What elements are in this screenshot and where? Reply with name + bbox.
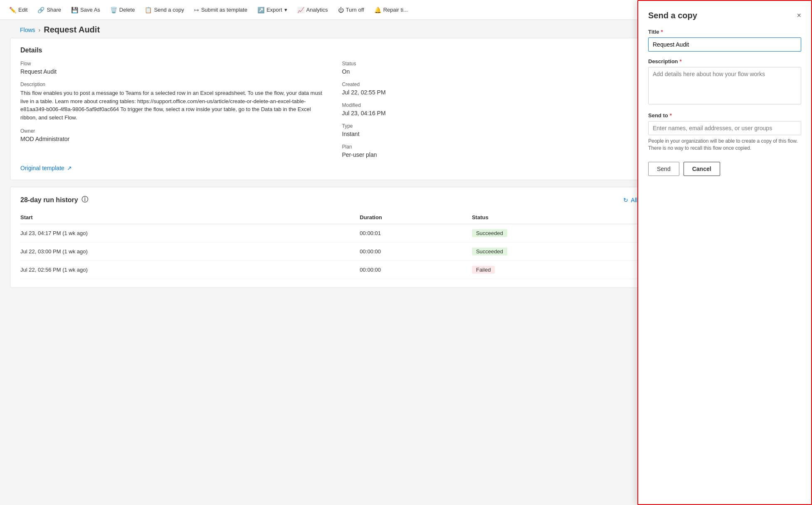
edit-icon: ✏️ [9,7,16,13]
run-start: Jul 22, 03:00 PM (1 wk ago) [20,243,360,261]
details-right-col: Status On Created Jul 22, 02:55 PM Modif… [342,61,651,158]
details-card: Details Edit Flow Request Audit Descript… [10,38,661,180]
delete-button[interactable]: 🗑️ Delete [106,4,139,16]
bell-icon: 🔔 [374,7,381,13]
export-chevron-icon: ▾ [284,7,287,13]
description-textarea[interactable] [648,67,801,104]
panel-header: Send a copy × [648,11,801,20]
status-section: Status On [342,61,651,75]
plan-label: Plan [342,144,651,150]
modified-value: Jul 23, 04:16 PM [342,110,651,116]
send-to-form-group: Send to * People in your organization wi… [648,112,801,152]
breadcrumb-parent[interactable]: Flows [20,27,35,33]
run-status: Failed [472,261,650,279]
send-to-required-star: * [670,112,672,119]
status-value: On [342,68,651,75]
run-duration: 00:00:00 [360,261,472,279]
turn-off-button[interactable]: ⏻ Turn off [334,4,368,16]
send-copy-icon: 📋 [145,7,152,13]
export-button[interactable]: ↗️ Export ▾ [253,4,291,16]
analytics-button[interactable]: 📈 Analytics [293,4,332,16]
description-label: Description [20,82,329,87]
breadcrumb: Flows › Request Audit [10,20,661,38]
title-form-label: Title * [648,29,801,35]
run-duration: 00:00:01 [360,224,472,243]
details-card-title: Details [20,47,42,54]
refresh-icon: ↻ [623,197,628,203]
send-copy-button[interactable]: 📋 Send a copy [141,4,188,16]
title-input[interactable] [648,37,801,52]
repair-button[interactable]: 🔔 Repair ti... [370,4,412,16]
send-copy-panel: Send a copy × Title * Description * Send… [637,0,812,505]
title-form-group: Title * [648,29,801,52]
title-required-star: * [661,29,663,35]
external-link-icon: ↗ [67,165,72,171]
info-icon: ⓘ [81,196,88,204]
panel-close-button[interactable]: × [797,11,801,20]
content-area: Flows › Request Audit Details Edit Flow … [0,20,671,505]
original-template-label: Original template [20,165,64,171]
original-template-link[interactable]: Original template ↗ [20,165,650,171]
table-row: Jul 23, 04:17 PM (1 wk ago) 00:00:01 Suc… [20,224,650,243]
col-status: Status [472,211,650,224]
power-icon: ⏻ [338,7,344,13]
panel-actions: Send Cancel [648,162,801,176]
details-grid: Flow Request Audit Description This flow… [20,61,650,158]
description-required-star: * [680,58,682,64]
cancel-button[interactable]: Cancel [684,162,720,176]
run-history-header: 28-day run history ⓘ ↻ All runs [20,196,650,204]
run-duration: 00:00:00 [360,243,472,261]
edit-button[interactable]: ✏️ Edit [5,4,32,16]
status-badge: Succeeded [472,248,507,255]
run-history-title: 28-day run history ⓘ [20,196,88,204]
type-section: Type Instant [342,123,651,137]
send-to-form-label: Send to * [648,112,801,119]
status-badge: Failed [472,266,495,274]
share-button[interactable]: 🔗 Share [33,4,65,16]
table-row: Jul 22, 03:00 PM (1 wk ago) 00:00:00 Suc… [20,243,650,261]
export-icon: ↗️ [257,7,264,13]
run-history-table: Start Duration Status Jul 23, 04:17 PM (… [20,211,650,279]
flow-value: Request Audit [20,68,329,75]
send-button[interactable]: Send [648,162,679,176]
page-title: Request Audit [44,25,100,35]
save-as-button[interactable]: 💾 Save As [67,4,104,16]
description-section: Description This flow enables you to pos… [20,82,329,121]
description-form-group: Description * [648,58,801,106]
modified-label: Modified [342,102,651,108]
delete-icon: 🗑️ [110,7,117,13]
table-row: Jul 22, 02:56 PM (1 wk ago) 00:00:00 Fai… [20,261,650,279]
description-value: This flow enables you to post a message … [20,89,329,121]
created-value: Jul 22, 02:55 PM [342,89,651,96]
submit-template-icon: ↦ [194,7,199,13]
flow-label: Flow [20,61,329,67]
breadcrumb-separator: › [39,27,41,33]
flow-section: Flow Request Audit [20,61,329,75]
status-badge: Succeeded [472,229,507,237]
send-to-input[interactable] [648,121,801,135]
run-status: Succeeded [472,224,650,243]
created-label: Created [342,82,651,87]
details-left-col: Flow Request Audit Description This flow… [20,61,329,158]
col-duration: Duration [360,211,472,224]
type-value: Instant [342,131,651,137]
send-to-hint: People in your organization will be able… [648,138,801,152]
details-card-header: Details Edit [20,47,650,54]
status-label: Status [342,61,651,67]
save-as-icon: 💾 [71,7,78,13]
run-history-card: 28-day run history ⓘ ↻ All runs Start Du… [10,187,661,288]
created-section: Created Jul 22, 02:55 PM [342,82,651,96]
analytics-icon: 📈 [297,7,304,13]
plan-section: Plan Per-user plan [342,144,651,158]
plan-value: Per-user plan [342,151,651,158]
description-form-label: Description * [648,58,801,64]
run-status: Succeeded [472,243,650,261]
panel-title: Send a copy [648,11,697,20]
modified-section: Modified Jul 23, 04:16 PM [342,102,651,116]
share-icon: 🔗 [37,7,44,13]
run-start: Jul 22, 02:56 PM (1 wk ago) [20,261,360,279]
submit-template-button[interactable]: ↦ Submit as template [190,4,252,16]
type-label: Type [342,123,651,129]
owner-section: Owner MOD Administrator [20,128,329,142]
col-start: Start [20,211,360,224]
